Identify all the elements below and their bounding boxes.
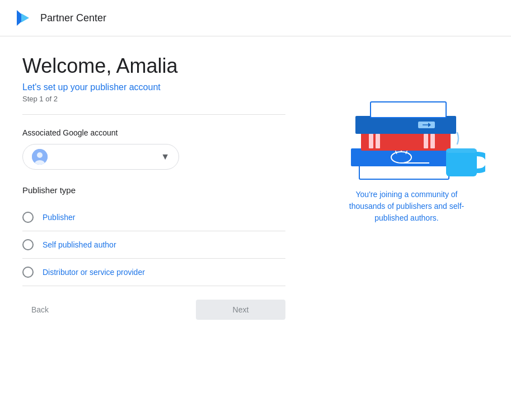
svg-rect-21 xyxy=(371,102,446,118)
radio-button-publisher[interactable] xyxy=(22,212,34,223)
books-illustration xyxy=(329,66,485,189)
account-dropdown[interactable]: ▼ xyxy=(22,144,179,170)
radio-option-distributor[interactable]: Distributor or service provider xyxy=(22,259,285,286)
svg-rect-15 xyxy=(424,134,428,148)
app-header: Partner Center xyxy=(0,0,511,36)
next-button[interactable]: Next xyxy=(196,300,285,320)
welcome-title: Welcome, Amalia xyxy=(22,54,302,78)
header-title: Partner Center xyxy=(40,12,106,24)
partner-center-logo xyxy=(13,8,34,28)
svg-rect-6 xyxy=(351,148,457,166)
svg-rect-17 xyxy=(355,116,456,134)
radio-label-self-published: Self published author xyxy=(43,240,116,249)
svg-rect-16 xyxy=(430,134,435,148)
svg-rect-12 xyxy=(361,132,451,151)
radio-button-self-published[interactable] xyxy=(22,239,34,250)
svg-rect-14 xyxy=(376,134,380,148)
svg-marker-1 xyxy=(21,13,29,22)
main-layout: Welcome, Amalia Let's set up your publis… xyxy=(0,36,511,338)
illustration-caption: You're joining a community of thousands … xyxy=(340,189,474,224)
chevron-down-icon: ▼ xyxy=(161,152,170,162)
setup-subtitle: Let's set up your publisher account xyxy=(22,82,302,92)
step-label: Step 1 of 2 xyxy=(22,95,302,103)
svg-rect-13 xyxy=(369,134,373,148)
radio-option-self-published[interactable]: Self published author xyxy=(22,231,285,259)
radio-button-distributor[interactable] xyxy=(22,267,34,278)
buttons-row: Back Next xyxy=(22,300,285,320)
avatar xyxy=(32,149,48,165)
svg-point-3 xyxy=(37,152,43,158)
radio-label-distributor: Distributor or service provider xyxy=(43,268,145,277)
back-button[interactable]: Back xyxy=(22,300,58,320)
radio-option-publisher[interactable]: Publisher xyxy=(22,204,285,231)
right-panel: You're joining a community of thousands … xyxy=(325,54,489,320)
section-divider xyxy=(22,114,285,115)
left-panel: Welcome, Amalia Let's set up your publis… xyxy=(22,54,302,320)
publisher-type-label: Publisher type xyxy=(22,185,302,195)
radio-label-publisher: Publisher xyxy=(43,213,75,222)
account-section-label: Associated Google account xyxy=(22,128,302,137)
svg-rect-23 xyxy=(446,148,477,153)
